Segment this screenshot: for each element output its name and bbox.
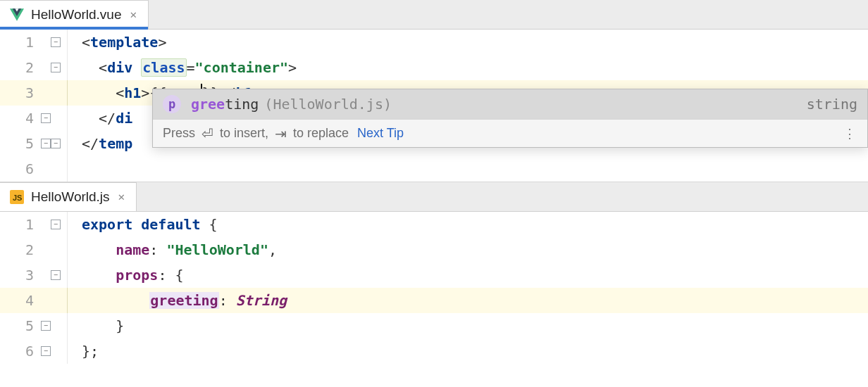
completion-type: string — [807, 96, 857, 113]
code-line[interactable]: 6−}; — [0, 338, 868, 364]
line-number: 6 — [0, 156, 41, 182]
vue-file-icon — [10, 8, 24, 21]
fold-gutter[interactable] — [41, 237, 68, 262]
tab-helloworld-js[interactable]: JS HelloWorld.js ✕ — [0, 182, 137, 211]
line-number: 2 — [0, 55, 41, 80]
code-line[interactable]: 5− } — [0, 313, 868, 338]
code-content[interactable]: } — [68, 313, 868, 338]
line-number: 3 — [0, 262, 41, 288]
fold-gutter[interactable]: − — [41, 55, 68, 80]
line-number: 5 — [0, 131, 41, 156]
line-number: 5 — [0, 313, 41, 338]
code-line[interactable]: 2− <div class="container"> — [0, 55, 868, 80]
line-number: 3 — [0, 80, 41, 106]
fold-gutter[interactable]: −− — [41, 131, 68, 156]
line-number: 2 — [0, 237, 41, 262]
editor-top[interactable]: 1−<template>2− <div class="container">3 … — [0, 30, 868, 182]
fold-gutter[interactable]: − — [41, 30, 68, 55]
kebab-menu-icon[interactable]: ⋮ — [843, 126, 857, 141]
line-number: 1 — [0, 212, 41, 237]
tab-label: HelloWorld.js — [31, 189, 110, 205]
js-file-icon: JS — [10, 190, 24, 204]
editor-bottom[interactable]: 1−export default {2 name: "HelloWorld",3… — [0, 212, 868, 364]
code-content[interactable]: <div class="container"> — [68, 55, 868, 80]
fold-gutter[interactable] — [41, 156, 68, 182]
completion-kind-icon: p — [163, 95, 181, 113]
code-content[interactable]: export default { — [68, 212, 868, 237]
fold-gutter[interactable] — [41, 288, 68, 313]
close-icon[interactable]: ✕ — [117, 191, 127, 203]
line-number: 1 — [0, 30, 41, 55]
line-number: 4 — [0, 106, 41, 131]
fold-gutter[interactable]: − — [41, 106, 68, 131]
code-line[interactable]: 6 — [0, 156, 868, 182]
code-content[interactable]: <template> — [68, 30, 868, 55]
completion-name: greeting — [191, 96, 259, 113]
tab-helloworld-vue[interactable]: HelloWorld.vue ✕ — [0, 0, 149, 29]
fold-gutter[interactable] — [41, 80, 68, 106]
fold-gutter[interactable]: − — [41, 338, 68, 364]
code-content[interactable]: }; — [68, 338, 868, 364]
next-tip-link[interactable]: Next Tip — [357, 126, 404, 141]
completion-source: (HelloWorld.js) — [264, 96, 392, 113]
autocomplete-item[interactable]: p greeting (HelloWorld.js) string — [153, 89, 867, 119]
autocomplete-footer: Press ⏎ to insert, ⇥ to replace Next Tip… — [153, 119, 867, 147]
tab-label: HelloWorld.vue — [31, 7, 121, 23]
autocomplete-popup: p greeting (HelloWorld.js) string Press … — [152, 89, 868, 148]
code-line[interactable]: 1−export default { — [0, 212, 868, 237]
tab-bar-bottom: JS HelloWorld.js ✕ — [0, 182, 868, 212]
code-content[interactable]: props: { — [68, 262, 868, 288]
code-content[interactable]: greeting: String — [68, 288, 868, 313]
enter-key-icon: ⏎ — [199, 125, 216, 142]
code-content[interactable]: name: "HelloWorld", — [68, 237, 868, 262]
tab-key-icon: ⇥ — [273, 125, 289, 142]
line-number: 4 — [0, 288, 41, 313]
fold-gutter[interactable]: − — [41, 212, 68, 237]
line-number: 6 — [0, 338, 41, 364]
svg-text:JS: JS — [13, 194, 22, 202]
fold-gutter[interactable]: − — [41, 313, 68, 338]
fold-gutter[interactable]: − — [41, 262, 68, 288]
code-content[interactable] — [68, 156, 868, 182]
tab-bar-top: HelloWorld.vue ✕ — [0, 0, 868, 30]
code-line[interactable]: 3− props: { — [0, 262, 868, 288]
code-line[interactable]: 4 greeting: String — [0, 288, 868, 313]
code-line[interactable]: 1−<template> — [0, 30, 868, 55]
code-line[interactable]: 2 name: "HelloWorld", — [0, 237, 868, 262]
close-icon[interactable]: ✕ — [128, 9, 138, 20]
